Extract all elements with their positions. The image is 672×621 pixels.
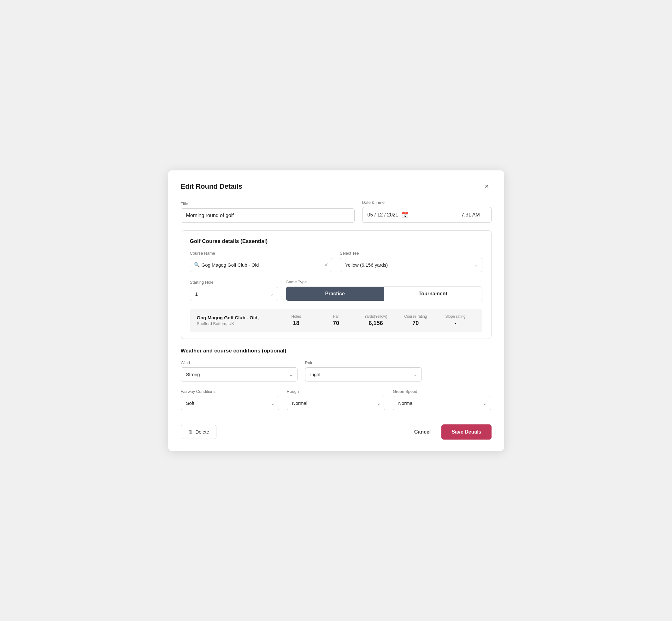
- cancel-button[interactable]: Cancel: [411, 425, 434, 439]
- date-value: 05 / 12 / 2021: [368, 212, 398, 218]
- save-button[interactable]: Save Details: [442, 424, 491, 440]
- fairway-group: Fairway Conditions Soft ⌄: [181, 389, 279, 410]
- tee-select[interactable]: Yellow (6,156 yards): [340, 258, 482, 272]
- datetime-group: Date & Time 05 / 12 / 2021 📅 7:31 AM: [362, 200, 492, 223]
- course-search-wrapper: 🔍 ✕: [190, 258, 333, 272]
- rain-label: Rain: [305, 360, 422, 365]
- slope-rating-label: Slope rating: [445, 314, 465, 319]
- rough-label: Rough: [287, 389, 385, 394]
- holes-label: Holes: [292, 314, 301, 319]
- course-stat-rating: Course rating 70: [395, 314, 435, 327]
- green-speed-label: Green Speed: [393, 389, 491, 394]
- datetime-label: Date & Time: [362, 200, 492, 205]
- golf-section-title: Golf Course details (Essential): [190, 238, 482, 245]
- conditions-row: Fairway Conditions Soft ⌄ Rough Normal ⌄: [181, 389, 492, 410]
- date-field[interactable]: 05 / 12 / 2021 📅: [363, 207, 450, 222]
- wind-group: Wind Strong ⌄: [181, 360, 297, 381]
- golf-course-section: Golf Course details (Essential) Course N…: [181, 230, 492, 339]
- rain-select[interactable]: Light: [305, 367, 422, 381]
- title-input[interactable]: [181, 208, 354, 223]
- green-speed-select-wrapper: Normal ⌄: [393, 396, 491, 410]
- game-type-group: Game Type Practice Tournament: [286, 280, 482, 301]
- title-group: Title: [181, 201, 354, 223]
- wind-select[interactable]: Strong: [181, 367, 297, 381]
- yards-label: Yards(Yellow): [365, 314, 387, 319]
- delete-button[interactable]: 🗑 Delete: [181, 425, 216, 439]
- select-tee-group: Select Tee Yellow (6,156 yards) ⌄: [340, 251, 482, 272]
- calendar-icon: 📅: [401, 211, 408, 218]
- green-speed-select[interactable]: Normal: [393, 396, 491, 410]
- game-type-label: Game Type: [286, 280, 482, 284]
- date-time-container: 05 / 12 / 2021 📅 7:31 AM: [362, 207, 492, 223]
- wind-select-wrapper: Strong ⌄: [181, 367, 297, 381]
- course-stat-holes: Holes 18: [277, 314, 316, 327]
- edit-round-modal: Edit Round Details × Title Date & Time 0…: [168, 170, 504, 451]
- par-value: 70: [333, 320, 339, 327]
- course-stat-yards: Yards(Yellow) 6,156: [356, 314, 395, 327]
- course-name-group: Course Name 🔍 ✕: [190, 251, 333, 272]
- delete-label: Delete: [196, 429, 209, 434]
- search-icon: 🔍: [194, 262, 200, 267]
- fairway-select-wrapper: Soft ⌄: [181, 396, 279, 410]
- course-rating-value: 70: [412, 320, 419, 327]
- rough-select-wrapper: Normal ⌄: [287, 396, 385, 410]
- time-field[interactable]: 7:31 AM: [450, 207, 491, 222]
- course-info-name-group: Gog Magog Golf Club - Old, Shelford Bott…: [197, 315, 277, 326]
- close-button[interactable]: ×: [482, 182, 492, 191]
- course-info-name: Gog Magog Golf Club - Old,: [197, 315, 277, 320]
- course-info-location: Shelford Bottom, UK: [197, 321, 277, 326]
- green-speed-group: Green Speed Normal ⌄: [393, 389, 491, 410]
- clear-icon[interactable]: ✕: [324, 262, 328, 268]
- starting-hole-label: Starting Hole: [190, 280, 278, 285]
- modal-title: Edit Round Details: [181, 182, 243, 191]
- title-datetime-row: Title Date & Time 05 / 12 / 2021 📅 7:31 …: [181, 200, 492, 223]
- weather-section: Weather and course conditions (optional)…: [181, 348, 492, 410]
- wind-label: Wind: [181, 360, 297, 365]
- course-info-box: Gog Magog Golf Club - Old, Shelford Bott…: [190, 308, 482, 332]
- title-label: Title: [181, 201, 354, 206]
- bottom-actions: 🗑 Delete Cancel Save Details: [181, 418, 492, 440]
- rain-select-wrapper: Light ⌄: [305, 367, 422, 381]
- select-tee-label: Select Tee: [340, 251, 482, 256]
- yards-value: 6,156: [369, 320, 383, 327]
- course-stat-par: Par 70: [316, 314, 356, 327]
- par-label: Par: [333, 314, 339, 319]
- slope-rating-value: -: [454, 320, 456, 327]
- starting-hole-select[interactable]: 1: [190, 287, 278, 301]
- time-value: 7:31 AM: [461, 212, 480, 218]
- tournament-toggle-btn[interactable]: Tournament: [384, 287, 482, 301]
- modal-header: Edit Round Details ×: [181, 182, 492, 191]
- fairway-label: Fairway Conditions: [181, 389, 279, 394]
- holes-value: 18: [293, 320, 299, 327]
- game-type-toggle: Practice Tournament: [286, 287, 482, 301]
- fairway-select[interactable]: Soft: [181, 396, 279, 410]
- hole-gametype-row: Starting Hole 1 ⌄ Game Type Practice Tou…: [190, 280, 482, 301]
- right-actions: Cancel Save Details: [411, 424, 492, 440]
- wind-rain-row: Wind Strong ⌄ Rain Light ⌄: [181, 360, 492, 381]
- course-rating-label: Course rating: [404, 314, 427, 319]
- rough-select[interactable]: Normal: [287, 396, 385, 410]
- starting-hole-group: Starting Hole 1 ⌄: [190, 280, 278, 301]
- practice-toggle-btn[interactable]: Practice: [286, 287, 384, 301]
- course-name-label: Course Name: [190, 251, 333, 256]
- rough-group: Rough Normal ⌄: [287, 389, 385, 410]
- hole-select-wrapper: 1 ⌄: [190, 287, 278, 301]
- rain-group: Rain Light ⌄: [305, 360, 422, 381]
- course-name-input[interactable]: [190, 258, 333, 272]
- weather-section-title: Weather and course conditions (optional): [181, 348, 492, 354]
- tee-select-wrapper: Yellow (6,156 yards) ⌄: [340, 258, 482, 272]
- course-tee-row: Course Name 🔍 ✕ Select Tee Yellow (6,156…: [190, 251, 482, 272]
- trash-icon: 🗑: [188, 429, 193, 434]
- course-stat-slope: Slope rating -: [435, 314, 475, 327]
